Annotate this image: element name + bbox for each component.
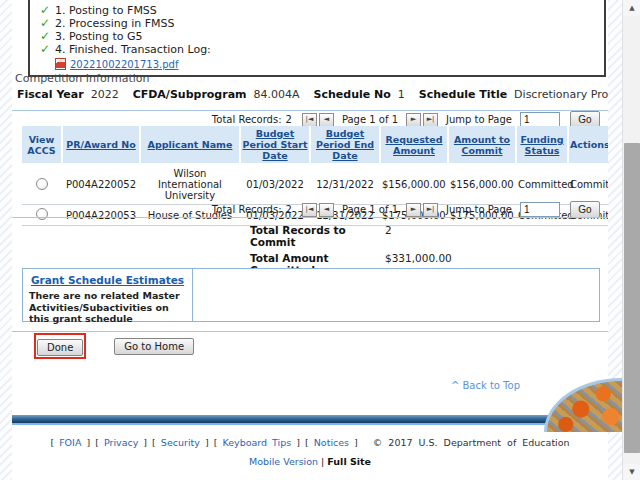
col-header-budget-start[interactable]: Budget Period Start Date — [240, 126, 310, 164]
bracket: [ — [214, 437, 218, 448]
log-step-text: 3. Posting to G5 — [54, 30, 143, 43]
grant-schedule-estimates-box: Grant Schedule Estimates There are no re… — [22, 268, 600, 322]
vertical-scrollbar: ▲ ▼ — [622, 0, 640, 480]
col-header-view-accs: View ACCS — [22, 126, 62, 164]
pager-next-button[interactable]: ► — [406, 113, 421, 127]
scrollbar-thumb[interactable] — [624, 143, 640, 453]
grant-schedule-estimates-link[interactable]: Grant Schedule Estimates — [29, 274, 186, 286]
col-header-budget-end[interactable]: Budget Period End Date — [310, 126, 380, 164]
full-site-label: Full Site — [327, 456, 371, 467]
pager-prev-button[interactable]: ◄ — [319, 113, 334, 127]
pager-last-button[interactable]: ►| — [423, 203, 438, 217]
log-step-text: 2. Processing in FMSS — [54, 17, 175, 30]
footer-link-security[interactable]: Security — [161, 437, 200, 448]
action-buttons-row: Done Go to Home — [34, 333, 194, 359]
pager-prev-button[interactable]: ◄ — [319, 203, 334, 217]
footer-link-keyboard-tips[interactable]: Keyboard Tips — [222, 437, 291, 448]
log-step: ✓ 4. Finished. Transaction Log: — [40, 43, 596, 56]
cfda-subprogram-field: CFDA/Subprogram84.004A — [133, 88, 300, 101]
table-row: P004A220052 Wilson International Univers… — [22, 164, 608, 205]
scroll-up-button[interactable]: ▲ — [623, 0, 640, 16]
back-to-top-link[interactable]: ^ Back to Top — [451, 380, 520, 391]
decorative-blue-bar — [12, 415, 608, 425]
page-of-label: Page 1 of 1 — [342, 204, 398, 215]
pr-award-no-cell: P004A220052 — [62, 164, 140, 205]
total-records-to-commit-value: 2 — [385, 224, 392, 248]
col-header-applicant-name[interactable]: Applicant Name — [140, 126, 240, 164]
schedule-no-field: Schedule No1 — [314, 88, 405, 101]
footer-link-notices[interactable]: Notices — [314, 437, 349, 448]
budget-end-cell: 12/31/2022 — [310, 164, 380, 205]
table-header-row: View ACCS PR/Award No Applicant Name Bud… — [22, 126, 608, 164]
footer-link-foia[interactable]: FOIA — [59, 437, 81, 448]
bracket: ] — [143, 437, 147, 448]
log-step: ✓ 1. Posting to FMSS — [40, 4, 596, 17]
bracket: ] — [296, 437, 300, 448]
pr-award-no-cell: P004A220053 — [62, 205, 140, 226]
mobile-version-link[interactable]: Mobile Version — [249, 456, 318, 467]
col-header-requested-amount[interactable]: Requested Amount — [380, 126, 448, 164]
scroll-down-button[interactable]: ▼ — [623, 464, 640, 480]
bracket: ] — [354, 437, 358, 448]
transaction-log-box: ✓ 1. Posting to FMSS ✓ 2. Processing in … — [28, 0, 606, 77]
total-records-label: Total Records: — [212, 204, 282, 215]
go-button[interactable]: Go — [570, 201, 600, 218]
transaction-log-pdf-row: 20221002201713.pdf — [55, 58, 596, 70]
jump-to-page-input[interactable] — [520, 112, 560, 127]
check-icon: ✓ — [40, 43, 54, 55]
footer-separator: | — [321, 456, 324, 467]
pager-first-button[interactable]: |◄ — [302, 203, 317, 217]
fiscal-year-field: Fiscal Year2022 — [17, 88, 119, 101]
jump-to-page-input[interactable] — [520, 202, 560, 217]
copyright-text: © 2017 U.S. Department of Education — [373, 437, 570, 448]
bracket: [ — [95, 437, 99, 448]
schedule-title-value: Discretionary Program - New — [514, 88, 608, 101]
transaction-log-pdf-link[interactable]: 20221002201713.pdf — [70, 59, 178, 70]
total-records-value: 2 — [286, 204, 292, 215]
view-accs-radio[interactable] — [36, 208, 48, 220]
log-step-text: 1. Posting to FMSS — [54, 4, 157, 17]
pager-last-button[interactable]: ►| — [423, 113, 438, 127]
check-icon: ✓ — [40, 17, 54, 29]
grant-schedule-estimates-cell: Grant Schedule Estimates There are no re… — [23, 269, 193, 321]
amount-to-commit-cell: $156,000.00 — [448, 164, 516, 205]
check-icon: ✓ — [40, 30, 54, 42]
fiscal-year-value: 2022 — [91, 88, 119, 101]
go-to-home-button[interactable]: Go to Home — [114, 338, 194, 355]
cfda-subprogram-value: 84.004A — [254, 88, 300, 101]
fiscal-year-label: Fiscal Year — [17, 88, 84, 101]
pager-first-button[interactable]: |◄ — [302, 113, 317, 127]
col-header-amount-to-commit[interactable]: Amount to Commit — [448, 126, 516, 164]
jump-to-page-label: Jump to Page — [446, 204, 512, 215]
footer-link-privacy[interactable]: Privacy — [104, 437, 138, 448]
annotation-highlight-box: Done — [34, 333, 86, 359]
content-area: ✓ 1. Posting to FMSS ✓ 2. Processing in … — [12, 0, 608, 480]
no-activities-message: There are no related Master Activities/S… — [29, 290, 186, 325]
col-header-funding-status[interactable]: Funding Status — [516, 126, 568, 164]
schedule-title-field: Schedule TitleDiscretionary Program - Ne… — [419, 88, 608, 101]
log-step: ✓ 3. Posting to G5 — [40, 30, 596, 43]
cfda-subprogram-label: CFDA/Subprogram — [133, 88, 247, 101]
total-records-to-commit-row: Total Records to Commit 2 — [250, 224, 452, 248]
total-records-to-commit-label: Total Records to Commit — [250, 224, 385, 248]
requested-amount-cell: $156,000.00 — [380, 164, 448, 205]
col-header-pr-award-no[interactable]: PR/Award No — [62, 126, 140, 164]
col-header-actions: Actions — [568, 126, 608, 164]
commit-action[interactable]: Commit — [568, 164, 608, 205]
divider — [12, 331, 608, 332]
done-button[interactable]: Done — [37, 339, 83, 356]
bracket: [ — [152, 437, 156, 448]
grant-schedule-estimates-empty-cell — [193, 269, 599, 321]
check-icon: ✓ — [40, 4, 54, 16]
applicant-name-cell: Wilson International University — [140, 164, 240, 205]
schedule-no-label: Schedule No — [314, 88, 391, 101]
view-accs-radio[interactable] — [36, 178, 48, 190]
bracket: [ — [305, 437, 309, 448]
pdf-icon — [55, 58, 66, 70]
jump-to-page-label: Jump to Page — [446, 114, 512, 125]
schedule-no-value: 1 — [398, 88, 405, 101]
competition-section-label: Competition Information — [15, 72, 150, 85]
pager-next-button[interactable]: ► — [406, 203, 421, 217]
funding-status-cell: Committed — [516, 164, 568, 205]
footer-site-version-row: Mobile Version | Full Site — [12, 456, 608, 467]
